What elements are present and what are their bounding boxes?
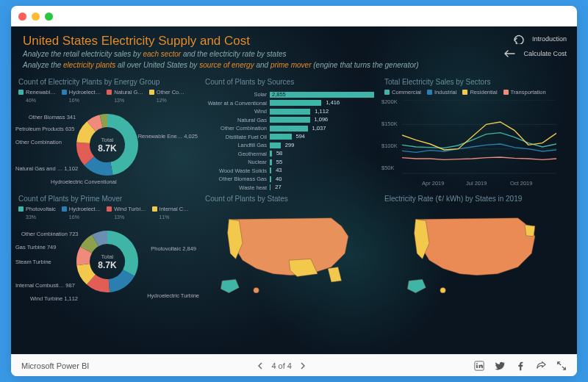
chart-prime-mover[interactable]: Count of Plants by Prime Mover Photovolt… (15, 193, 199, 307)
minimize-icon[interactable] (32, 12, 40, 21)
y-tick: $200K (381, 98, 398, 105)
donut-slice[interactable] (83, 126, 91, 143)
line-chart: $200K $150K $100K $50K Apr 2019 Jul 2019… (381, 97, 573, 185)
nav-buttons: Introduction Calculate Cost (503, 34, 567, 59)
bar-track: 1,096 (270, 117, 374, 123)
legend-label: Renewabl… (26, 89, 56, 96)
legend-item[interactable]: Commercial (384, 89, 421, 96)
close-icon[interactable] (18, 12, 26, 21)
nav-label: Calculate Cost (523, 50, 567, 57)
chevron-left-icon[interactable] (257, 362, 264, 370)
legend-item[interactable]: Industrial (427, 89, 456, 96)
dashboard-grid: Count of Electricity Plants by Energy Gr… (11, 75, 577, 311)
bar-track: 1,112 (270, 109, 374, 115)
donut-slice[interactable] (91, 121, 101, 126)
chart-energy-group[interactable]: Count of Electricity Plants by Energy Gr… (15, 76, 199, 190)
map-rate-by-state[interactable]: Electricity Rate (¢/ kWh) by States in 2… (381, 193, 573, 307)
legend-item[interactable]: Internal C…11% (152, 206, 189, 220)
y-tick: $50K (381, 165, 395, 171)
donut-center: Total 8.7K (98, 137, 116, 154)
bar-row[interactable]: Natural Gas1,096 (207, 116, 374, 125)
bar-row[interactable]: Nuclear55 (207, 158, 374, 167)
legend-item[interactable]: Photovoltaic33% (18, 206, 56, 220)
legend: Renewabl…46%Hydroelect…16%Natural G…13%O… (15, 89, 199, 104)
bar-row[interactable]: Other Combination1,037 (207, 124, 374, 133)
line-series[interactable] (402, 144, 556, 152)
slice-label: Wind Turbine 1,112 (30, 296, 78, 302)
donut-slice[interactable] (83, 250, 86, 264)
donut-slice[interactable] (86, 240, 95, 250)
legend-swatch (503, 90, 509, 95)
legend-pct: 13% (114, 98, 124, 103)
x-tick: Jul 2019 (466, 180, 487, 187)
bar-row[interactable]: Solar2,855 (207, 90, 374, 99)
donut-slice[interactable] (109, 273, 129, 286)
donut-slice[interactable] (83, 264, 91, 279)
legend: Photovoltaic33%Hydroelect…16%Wind Turbi…… (15, 206, 199, 221)
legend-item[interactable]: Transportation (503, 89, 546, 96)
legend-swatch (149, 90, 154, 95)
donut-slice[interactable] (96, 237, 107, 240)
bar-row[interactable]: Wind1,112 (207, 107, 374, 116)
maximize-icon[interactable] (45, 12, 53, 21)
bar-value: 27 (273, 184, 281, 190)
chart-sales-by-sector[interactable]: Total Electricity Sales by Sectors Comme… (381, 76, 573, 190)
bar-row[interactable]: Geothermal58 (207, 150, 374, 159)
legend-item[interactable]: Other Co…12% (149, 89, 184, 103)
linkedin-icon[interactable] (474, 361, 484, 371)
legend-swatch (152, 206, 157, 212)
legend-item[interactable]: Natural G…13% (107, 89, 143, 103)
fullscreen-icon[interactable] (556, 361, 567, 371)
legend-item[interactable]: Hydroelect…16% (62, 89, 101, 103)
chart-title: Total Electricity Sales by Sectors (381, 76, 573, 89)
bar-row[interactable]: Distillate Fuel Oil594 (207, 133, 374, 142)
donut-slice[interactable] (91, 280, 109, 286)
report-canvas: United States Electricity Supply and Cos… (11, 26, 577, 354)
bar-row[interactable]: Landfill Gas299 (207, 141, 374, 150)
legend-label: Residential (470, 89, 497, 96)
legend-pct: 46% (26, 98, 36, 103)
bar-fill (270, 151, 272, 156)
bar-row[interactable]: Wood Waste Solids43 (207, 167, 374, 176)
line-series[interactable] (402, 157, 556, 159)
nav-calculate-cost[interactable]: Calculate Cost (503, 48, 567, 59)
report-header: United States Electricity Supply and Cos… (11, 26, 577, 75)
bar-value: 1,096 (312, 116, 329, 123)
legend-item[interactable]: Hydroelect…16% (62, 206, 101, 220)
legend-item[interactable]: Wind Turbi…13% (107, 206, 146, 220)
legend-swatch (62, 90, 67, 95)
donut-slice[interactable] (101, 120, 107, 121)
legend-swatch (427, 90, 432, 95)
us-map (381, 206, 573, 301)
bar-fill (270, 184, 270, 190)
bar-row[interactable]: Other Biomass Gas40 (207, 175, 374, 184)
page-indicator: 4 of 4 (271, 361, 292, 370)
sub-text: Analyze the retail electricity sales by (23, 50, 143, 58)
legend-label: Other Co… (157, 89, 184, 96)
chart-plants-by-source[interactable]: Count of Plants by Sources Solar2,855Wat… (202, 76, 379, 190)
legend-item[interactable]: Residential (462, 89, 497, 96)
twitter-icon[interactable] (495, 361, 505, 371)
x-tick: Apr 2019 (422, 180, 444, 187)
chevron-right-icon[interactable] (299, 362, 306, 370)
legend-pct: 12% (157, 98, 167, 103)
donut-slice[interactable] (89, 161, 112, 169)
map-plants-by-state[interactable]: Count of Plants by States (202, 193, 379, 307)
chart-title: Count of Plants by Sources (202, 76, 379, 89)
bar-value: 43 (273, 167, 282, 173)
legend-label: Commercial (392, 89, 421, 96)
facebook-icon[interactable] (515, 361, 526, 371)
share-icon[interactable] (536, 361, 546, 371)
bar-row[interactable]: Water at a Conventional1,416 (207, 99, 374, 108)
bar-row[interactable]: Waste heat27 (207, 184, 374, 192)
bar-track: 55 (270, 159, 374, 165)
legend-label: Wind Turbi… (114, 206, 146, 212)
bar-label: Other Combination (207, 125, 267, 131)
app-window: United States Electricity Supply and Cos… (11, 6, 577, 376)
legend-pct: 13% (114, 215, 124, 220)
bar-fill (270, 159, 272, 165)
nav-introduction[interactable]: Introduction (503, 34, 567, 44)
bar-track: 594 (270, 134, 374, 140)
donut-slice[interactable] (83, 143, 89, 161)
legend-item[interactable]: Renewabl…46% (18, 89, 56, 103)
